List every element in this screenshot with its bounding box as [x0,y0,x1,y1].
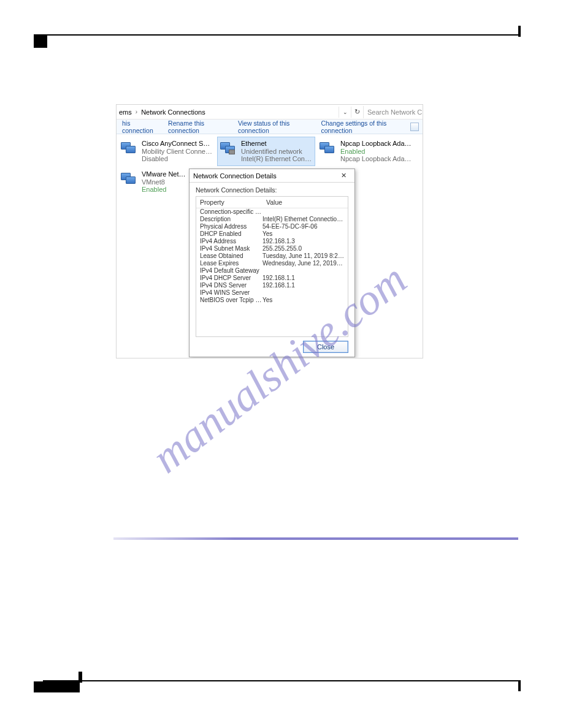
dialog-subtitle: Network Connection Details: [196,186,348,194]
breadcrumb-partial[interactable]: ems [119,108,132,116]
toolbar: his connection Rename this connection Vi… [117,119,423,134]
corner-marker-bottom-left [34,681,80,692]
grid-header: Property Value [196,197,348,208]
network-adapter-icon [121,170,138,188]
toolbar-disable[interactable]: his connection [117,119,163,134]
close-icon: ✕ [341,172,347,180]
connection-subtitle: Enabled [340,148,412,156]
connection-subtitle: VMnet8 [142,178,188,186]
dialog-title: Network Connection Details [193,172,277,180]
table-row[interactable]: Lease ExpiresWednesday, June 12, 2019 12… [196,260,348,267]
search-placeholder: Search Network C [367,108,422,116]
column-header-property[interactable]: Property [196,197,262,208]
connection-status: Intel(R) Ethernet Connectio... [241,155,312,163]
table-row[interactable]: NetBIOS over Tcpip Enabl...Yes [196,297,348,304]
property-cell: Lease Obtained [196,252,262,260]
value-cell [262,289,348,297]
value-cell: Yes [262,230,348,238]
property-cell: DHCP Enabled [196,230,262,238]
network-adapter-icon [220,140,237,157]
value-cell: Wednesday, June 12, 2019 12:40:20 PM [262,260,348,267]
table-row[interactable]: Connection-specific DNS S... [196,208,348,216]
chevron-down-icon: ⌄ [343,109,348,115]
breadcrumb-dropdown-button[interactable]: ⌄ [339,107,351,118]
property-cell: Connection-specific DNS S... [196,208,262,216]
value-cell: 54-EE-75-DC-9F-06 [262,223,348,230]
dialog-titlebar: Network Connection Details ✕ [190,169,354,183]
network-connection-details-dialog: Network Connection Details ✕ Network Con… [189,169,355,357]
table-row[interactable]: Physical Address54-EE-75-DC-9F-06 [196,223,348,230]
network-connections-window: ems › Network Connections ⌄ ↻ Search Net… [116,104,423,358]
chevron-right-icon: › [132,108,141,115]
value-cell: Tuesday, June 11, 2019 8:25:33 AM [262,252,348,260]
property-cell: IPv4 Address [196,238,262,245]
property-cell: Physical Address [196,223,262,230]
table-row[interactable]: IPv4 DNS Server192.168.1.1 [196,282,348,289]
table-row[interactable]: IPv4 Subnet Mask255.255.255.0 [196,245,348,252]
grid-rows: Connection-specific DNS S...DescriptionI… [196,208,348,304]
property-cell: IPv4 Subnet Mask [196,245,262,252]
table-row[interactable]: IPv4 WINS Server [196,289,348,297]
breadcrumb-bar: ems › Network Connections ⌄ ↻ Search Net… [117,105,423,119]
value-cell: 192.168.1.1 [262,275,348,282]
connection-title: Cisco AnyConnect Secure [142,140,213,148]
details-grid: Property Value Connection-specific DNS S… [196,196,348,337]
property-cell: IPv4 WINS Server [196,289,262,297]
table-row[interactable]: IPv4 DHCP Server192.168.1.1 [196,275,348,282]
network-adapter-icon [121,140,138,157]
view-options-icon[interactable] [410,123,419,131]
value-cell: Intel(R) Ethernet Connection (4) I219-LM [262,216,348,223]
table-row[interactable]: DescriptionIntel(R) Ethernet Connection … [196,216,348,223]
value-cell: 255.255.255.0 [262,245,348,252]
toolbar-view-status[interactable]: View status of this connection [232,119,316,134]
column-header-value[interactable]: Value [262,197,348,208]
toolbar-change-settings[interactable]: Change settings of this connection [315,119,410,134]
connection-status: Disabled [142,155,213,163]
property-cell: IPv4 Default Gateway [196,267,262,275]
close-button-label: Close [317,343,334,351]
connection-item-vmware[interactable]: VMware Network Ada VMnet8 Enabled [118,167,191,197]
table-row[interactable]: IPv4 Default Gateway [196,267,348,275]
connection-status: Npcap Loopback Adapter [340,155,412,163]
value-cell [262,208,348,216]
refresh-icon: ↻ [354,108,360,116]
connection-subtitle: Unidentified network [241,148,312,156]
page-top-rule [43,34,520,42]
connection-item-ethernet[interactable]: Ethernet Unidentified network Intel(R) E… [217,137,315,166]
value-cell: 192.168.1.3 [262,238,348,245]
connection-title: Ethernet [241,140,312,148]
connection-item-cisco[interactable]: Cisco AnyConnect Secure Mobility Client … [118,137,216,166]
network-adapter-icon [320,140,337,157]
property-cell: Lease Expires [196,260,262,267]
dialog-close-button[interactable]: ✕ [336,170,351,181]
property-cell: IPv4 DHCP Server [196,275,262,282]
section-divider [113,537,518,540]
connection-item-npcap[interactable]: Npcap Loopback Adapter Enabled Npcap Loo… [316,137,415,166]
toolbar-rename[interactable]: Rename this connection [163,119,232,134]
value-cell: Yes [262,297,348,304]
table-row[interactable]: Lease ObtainedTuesday, June 11, 2019 8:2… [196,252,348,260]
connection-subtitle: Mobility Client Connection [142,148,213,156]
property-cell: NetBIOS over Tcpip Enabl... [196,297,262,304]
table-row[interactable]: IPv4 Address192.168.1.3 [196,238,348,245]
property-cell: Description [196,216,262,223]
property-cell: IPv4 DNS Server [196,282,262,289]
close-button[interactable]: Close [303,341,348,353]
search-input[interactable]: Search Network C [363,106,423,118]
table-row[interactable]: DHCP EnabledYes [196,230,348,238]
corner-marker-bottom-right [518,680,521,691]
page-bottom-rule [43,680,520,681]
refresh-button[interactable]: ↻ [351,107,363,118]
connection-title: VMware Network Ada [142,170,188,178]
breadcrumb-current[interactable]: Network Connections [141,108,205,116]
value-cell [262,267,348,275]
corner-marker-top-left [34,34,47,48]
connection-title: Npcap Loopback Adapter [340,140,412,148]
connection-status: Enabled [142,186,188,194]
corner-tick-bottom-left [79,672,82,683]
value-cell: 192.168.1.1 [262,282,348,289]
corner-marker-top-right [518,26,521,37]
